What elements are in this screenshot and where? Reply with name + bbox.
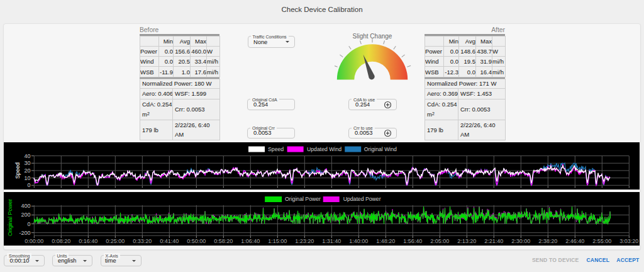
svg-text:30: 30 bbox=[24, 160, 30, 166]
svg-text:2:30:00: 2:30:00 bbox=[511, 238, 530, 244]
svg-text:20: 20 bbox=[24, 167, 30, 174]
svg-text:1:06:40: 1:06:40 bbox=[241, 238, 260, 244]
svg-text:2:38:20: 2:38:20 bbox=[538, 238, 557, 244]
svg-text:40: 40 bbox=[24, 153, 30, 159]
svg-text:0:33:20: 0:33:20 bbox=[133, 238, 152, 244]
svg-text:Original Power: Original Power bbox=[7, 199, 13, 236]
svg-text:0:16:40: 0:16:40 bbox=[79, 238, 97, 244]
svg-text:0:58:20: 0:58:20 bbox=[214, 238, 233, 244]
svg-text:0: 0 bbox=[27, 221, 30, 227]
svg-text:0:25:00: 0:25:00 bbox=[106, 238, 125, 244]
svg-text:2:46:40: 2:46:40 bbox=[565, 238, 584, 244]
svg-text:Speed: Speed bbox=[14, 162, 21, 179]
svg-text:1:23:20: 1:23:20 bbox=[295, 238, 314, 244]
svg-text:400: 400 bbox=[21, 203, 30, 209]
svg-text:1:15:00: 1:15:00 bbox=[268, 238, 287, 244]
svg-text:2:21:40: 2:21:40 bbox=[484, 238, 503, 244]
svg-text:10: 10 bbox=[24, 175, 30, 181]
svg-text:2:05:00: 2:05:00 bbox=[430, 238, 449, 244]
svg-text:2:55:00: 2:55:00 bbox=[592, 238, 611, 244]
svg-text:2:13:20: 2:13:20 bbox=[457, 238, 476, 244]
svg-text:Updated Wind: Updated Wind bbox=[307, 146, 341, 152]
svg-text:1:48:20: 1:48:20 bbox=[376, 238, 395, 244]
svg-text:0:41:40: 0:41:40 bbox=[160, 238, 179, 244]
svg-text:0: 0 bbox=[27, 182, 30, 188]
svg-text:0:00:00: 0:00:00 bbox=[25, 238, 43, 244]
svg-text:1:56:40: 1:56:40 bbox=[403, 238, 422, 244]
svg-text:Speed: Speed bbox=[268, 146, 284, 152]
svg-text:200: 200 bbox=[21, 212, 30, 218]
svg-text:0:50:00: 0:50:00 bbox=[187, 238, 206, 244]
svg-text:1:31:40: 1:31:40 bbox=[322, 238, 341, 244]
svg-text:3:03:20: 3:03:20 bbox=[619, 238, 638, 244]
svg-text:-200: -200 bbox=[19, 230, 30, 236]
svg-text:1:40:00: 1:40:00 bbox=[349, 238, 368, 244]
svg-text:Original Wind: Original Wind bbox=[364, 146, 397, 152]
svg-text:0:08:20: 0:08:20 bbox=[52, 238, 70, 244]
svg-text:Updated Power: Updated Power bbox=[343, 196, 381, 202]
svg-text:Original Power: Original Power bbox=[285, 196, 321, 202]
